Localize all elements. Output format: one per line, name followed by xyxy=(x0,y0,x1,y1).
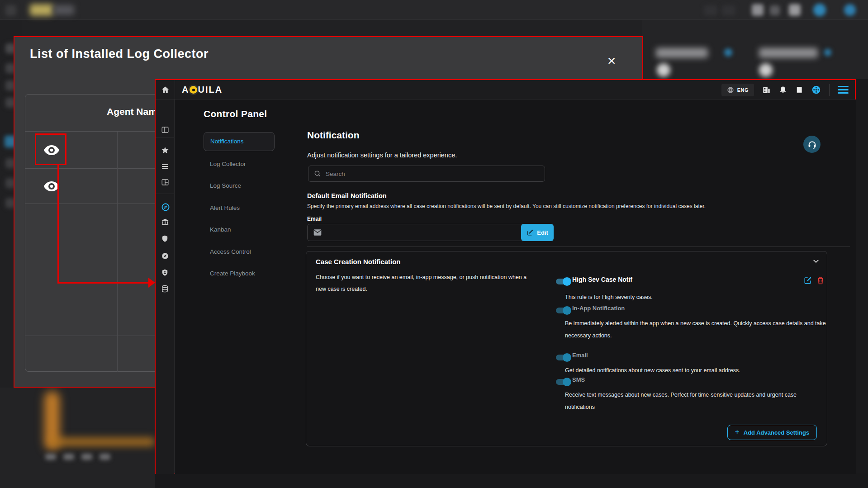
shield-icon[interactable] xyxy=(161,235,169,243)
channel-label-in-app: In-App Notification xyxy=(572,305,625,312)
search-field[interactable] xyxy=(308,166,545,182)
add-advanced-settings-button[interactable]: + Add Advanced Settings xyxy=(727,425,817,440)
annotation-arrow-line-horizontal xyxy=(57,282,149,284)
support-headset-button[interactable] xyxy=(803,136,821,153)
database-icon[interactable] xyxy=(161,285,169,293)
tab-log-source[interactable]: Log Source xyxy=(210,182,241,189)
language-label: ENG xyxy=(737,87,749,93)
dashboard-grid-icon[interactable] xyxy=(161,178,169,186)
organization-icon[interactable] xyxy=(762,85,771,94)
page-title: Control Panel xyxy=(204,109,267,119)
rule-description: This rule is for High severity cases. xyxy=(565,291,653,303)
rule-label: High Sev Case Notif xyxy=(572,276,632,283)
section-subheading: Adjust notification settings for a tailo… xyxy=(307,152,457,159)
background-topbar xyxy=(0,0,868,20)
menu-hamburger-icon[interactable] xyxy=(838,86,849,94)
email-section-description: Specify the primary email address where … xyxy=(307,203,706,209)
logo-text-uila: UILA xyxy=(198,85,223,95)
channel-label-email: Email xyxy=(572,352,588,359)
plus-icon: + xyxy=(735,427,740,436)
tab-alert-rules[interactable]: Alert Rules xyxy=(210,204,240,211)
language-selector[interactable]: ENG xyxy=(721,84,754,96)
favorites-star-icon[interactable] xyxy=(161,146,169,154)
blurred-logo xyxy=(30,4,53,16)
docs-book-icon[interactable] xyxy=(795,86,803,94)
globe-icon xyxy=(727,86,734,94)
list-menu-icon[interactable] xyxy=(161,162,169,171)
email-field[interactable] xyxy=(307,224,523,241)
annotation-arrowhead xyxy=(148,278,155,288)
search-icon xyxy=(314,170,321,177)
column-divider xyxy=(117,132,118,372)
logo-q-dot-icon xyxy=(190,86,197,94)
chevron-down-icon[interactable] xyxy=(812,257,820,265)
background-chart xyxy=(0,388,156,488)
channel-label-sms: SMS xyxy=(572,376,585,383)
close-icon[interactable]: × xyxy=(602,52,621,70)
user-shield-icon[interactable] xyxy=(161,269,169,277)
blurred-icon xyxy=(752,4,764,16)
background-right-edge xyxy=(855,79,868,488)
channel-description-sms: Receive text messages about new cases. P… xyxy=(565,389,823,413)
background-bottom xyxy=(155,473,868,488)
delete-rule-icon[interactable] xyxy=(816,276,825,284)
screen: List of Installed Log Collector × Agent … xyxy=(0,0,868,488)
channel-description-in-app: Be immediately alerted within the app wh… xyxy=(565,317,830,342)
compass-icon[interactable] xyxy=(161,252,169,260)
blurred-logo-text xyxy=(53,5,74,15)
tab-notifications[interactable]: Notifications xyxy=(204,132,275,151)
blurred-avatar xyxy=(844,4,856,16)
background-cards xyxy=(642,20,868,80)
header-divider xyxy=(175,80,175,99)
bank-icon[interactable] xyxy=(161,218,169,226)
blurred-chip xyxy=(722,5,735,15)
email-input[interactable] xyxy=(327,229,517,236)
tab-log-collector[interactable]: Log Collector xyxy=(210,161,246,167)
section-divider xyxy=(307,246,850,247)
modal-title: List of Installed Log Collector xyxy=(30,47,209,61)
active-module-disc-icon[interactable] xyxy=(161,203,169,211)
annotation-arrow-line-vertical xyxy=(57,165,59,284)
channel-description-email: Get detailed notifications about new cas… xyxy=(565,365,845,377)
toggle-high-sev-rule[interactable] xyxy=(556,279,570,284)
header-divider xyxy=(829,84,830,96)
blurred-icon xyxy=(770,5,780,15)
card-title: Case Creation Notification xyxy=(316,258,401,265)
logo-text-a: A xyxy=(182,85,189,95)
support-reel-icon[interactable] xyxy=(811,85,821,95)
tab-access-control[interactable]: Access Control xyxy=(210,248,251,255)
section-heading: Notification xyxy=(307,130,360,141)
notifications-bell-icon[interactable] xyxy=(779,86,787,94)
case-creation-card: Case Creation Notification Choose if you… xyxy=(306,251,827,446)
toggle-in-app[interactable] xyxy=(556,308,570,313)
edit-email-button[interactable]: Edit xyxy=(521,224,554,241)
icon-rail xyxy=(156,99,175,474)
envelope-icon xyxy=(313,228,322,237)
card-description: Choose if you want to receive an email, … xyxy=(316,271,535,295)
app-header: AUILA ENG xyxy=(156,80,855,99)
annotation-highlight-box xyxy=(35,133,66,165)
edit-pencil-icon xyxy=(526,229,534,236)
search-input[interactable] xyxy=(326,171,539,177)
aquila-logo: AUILA xyxy=(182,80,223,99)
edit-rule-icon[interactable] xyxy=(804,276,812,284)
tab-create-playbook[interactable]: Create Playbook xyxy=(210,270,255,277)
aquila-panel: AUILA ENG xyxy=(155,79,856,474)
toggle-sms[interactable] xyxy=(556,379,570,385)
email-field-label: Email xyxy=(307,216,322,222)
tab-kanban[interactable]: Kanban xyxy=(210,226,231,233)
home-icon[interactable] xyxy=(161,85,170,94)
email-section-title: Default Email Notification xyxy=(307,192,387,199)
column-header-agent-name: Agent Name xyxy=(107,106,162,117)
panel-layout-icon[interactable] xyxy=(161,126,169,134)
blurred-menu-icon xyxy=(5,5,16,16)
blurred-avatar xyxy=(813,4,826,16)
blurred-icon xyxy=(789,4,801,16)
edit-button-label: Edit xyxy=(537,229,548,236)
add-advanced-settings-label: Add Advanced Settings xyxy=(744,429,809,436)
blurred-chip xyxy=(704,5,717,15)
toggle-email[interactable] xyxy=(556,355,570,360)
